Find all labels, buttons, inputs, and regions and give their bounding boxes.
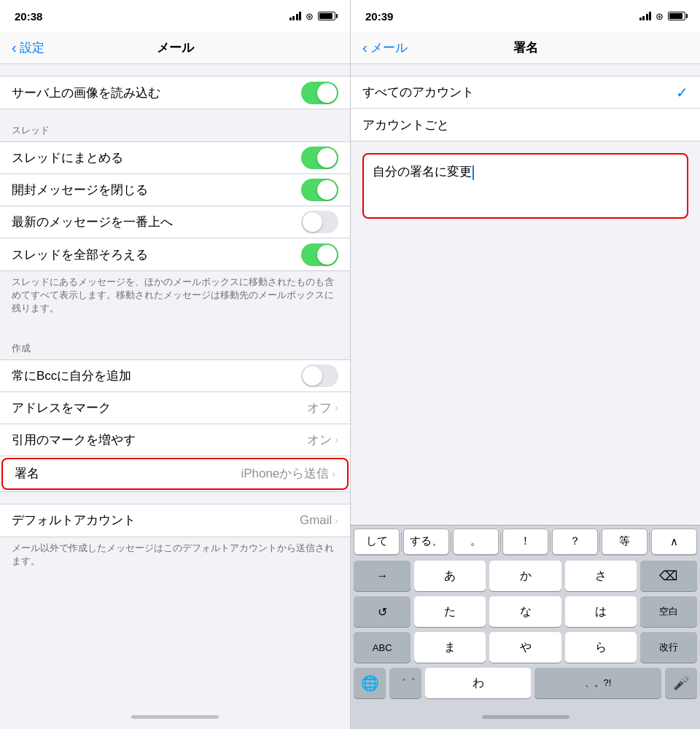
right-back-button[interactable]: ‹ メール [362,39,408,56]
open-message-toggle[interactable] [301,179,338,201]
compose-group: 常にBccに自分を追加 アドレスをマーク オフ › 引用のマークを増やす オン … [0,359,350,492]
suggestion-expand[interactable]: ∧ [651,529,697,555]
suggestion-5[interactable]: ？ [552,529,598,555]
keyboard-suggestion-bar: して する、 。 ！ ？ 等 ∧ [351,525,700,557]
suggestion-1[interactable]: して [354,529,400,555]
suggestion-6[interactable]: 等 [602,529,648,555]
right-home-indicator [351,704,700,729]
left-panel: 20:38 ⊛ ‹ 設定 メール サーバ上の画像を読み込む [0,0,350,729]
kb-ta-key[interactable]: た [414,596,486,627]
right-status-bar: 20:39 ⊛ [351,0,700,32]
right-battery-icon [668,12,685,20]
address-mark-value: オフ › [307,399,338,416]
suggestion-divider-3 [500,532,501,551]
kb-enter-key[interactable]: 改行 [640,632,697,663]
per-account-label: アカウントごと [362,117,449,133]
kb-ma-key[interactable]: ま [414,632,486,663]
all-accounts-label: すべてのアカウント [362,84,474,101]
thread-all-row: スレッドを全部そろえる [0,238,350,270]
signature-value: iPhoneから送信 › [241,465,335,482]
default-account-label: デフォルトアカウント [12,512,136,529]
kb-row-2: ↺ た な は 空白 [351,593,700,628]
right-back-label: メール [370,39,408,56]
kb-globe-key[interactable]: 🌐 [354,668,386,698]
suggestion-3[interactable]: 。 [453,529,499,555]
signature-row[interactable]: 署名 iPhoneから送信 › [1,458,349,490]
all-accounts-check: ✓ [676,84,688,101]
kb-wa-key[interactable]: わ [425,668,531,698]
kb-na-key[interactable]: な [489,596,561,627]
suggestion-4[interactable]: ！ [502,529,548,555]
kb-row-3: ABC ま や ら 改行 [351,628,700,664]
right-home-bar [482,715,569,719]
kb-arrow-key[interactable]: → [354,561,411,591]
back-chevron-icon: ‹ [12,40,17,55]
text-cursor [472,165,474,180]
left-status-bar: 20:38 ⊛ [0,0,350,32]
kb-ha-key[interactable]: は [565,596,637,627]
default-account-row[interactable]: デフォルトアカウント Gmail › [0,504,350,537]
thread-group: スレッドにまとめる 開封メッセージを閉じる 最新のメッセージを一番上へ スレッド… [0,141,350,271]
suggestion-divider-4 [550,532,551,551]
bcc-row: 常にBccに自分を追加 [0,360,350,392]
right-wifi-icon: ⊛ [656,11,664,22]
quote-mark-row[interactable]: 引用のマークを増やす オン › [0,424,350,456]
address-mark-row[interactable]: アドレスをマーク オフ › [0,392,350,424]
suggestion-divider-6 [649,532,650,551]
signature-text-area[interactable]: 自分の署名に変更 [362,153,688,219]
server-image-label: サーバ上の画像を読み込む [12,85,160,101]
kb-space-key[interactable]: 空白 [640,596,697,627]
signal-icon [289,12,302,20]
kb-ka-key[interactable]: か [489,561,561,591]
kb-sa-key[interactable]: さ [565,561,637,591]
per-account-row[interactable]: アカウントごと [351,109,700,141]
kb-a-key[interactable]: あ [414,561,486,591]
thread-all-label: スレッドを全部そろえる [12,246,148,263]
signature-options-group: すべてのアカウント ✓ アカウントごと [351,76,700,141]
signature-label: 署名 [15,465,39,482]
suggestion-divider-1 [401,532,402,551]
left-back-button[interactable]: ‹ 設定 [12,39,44,56]
default-account-chevron: › [335,515,338,526]
kb-delete-key[interactable]: ⌫ [640,561,697,591]
kb-ya-key[interactable]: や [489,632,561,663]
default-account-group: デフォルトアカウント Gmail › [0,504,350,537]
kb-abc-key[interactable]: ABC [354,632,411,663]
suggestion-divider-5 [599,532,600,551]
server-image-toggle[interactable] [301,82,338,104]
quote-mark-chevron: › [335,434,338,445]
battery-icon [318,12,335,20]
left-nav-bar: ‹ 設定 メール [0,32,350,64]
latest-top-label: 最新のメッセージを一番上へ [12,214,173,230]
kb-ra-key[interactable]: ら [565,632,637,663]
right-nav-bar: ‹ メール 署名 [351,32,700,64]
right-panel: 20:39 ⊛ ‹ メール 署名 すべてのアカウント [350,0,700,729]
bcc-toggle[interactable] [301,364,338,387]
left-content: サーバ上の画像を読み込む スレッド スレッドにまとめる 開封メッセージを閉じる [0,64,350,704]
thread-section-header: スレッド [0,109,350,141]
right-content: すべてのアカウント ✓ アカウントごと 自分の署名に変更 [351,64,700,525]
address-mark-label: アドレスをマーク [12,399,111,416]
thread-footer: スレッドにあるメッセージを、ほかのメールボックスに移動されたものも含めてすべて表… [0,271,350,327]
right-signal-icon [639,12,652,20]
kb-mic-key[interactable]: 🎤 [665,668,697,698]
left-back-label: 設定 [20,39,44,56]
kb-undo-key[interactable]: ↺ [354,596,411,627]
compose-section-header: 作成 [0,327,350,359]
wifi-icon: ⊛ [306,11,314,22]
right-back-chevron-icon: ‹ [362,40,368,55]
signature-chevron-icon: › [332,468,335,480]
thread-group-toggle[interactable] [301,147,338,169]
thread-group-label: スレッドにまとめる [12,149,123,166]
kb-small-mark-key[interactable]: ゛゜ [389,668,421,698]
thread-all-toggle[interactable] [301,243,338,266]
all-accounts-row[interactable]: すべてのアカウント ✓ [351,77,700,109]
kb-punctuation-key[interactable]: 、。?! [534,668,661,698]
suggestion-2[interactable]: する、 [403,529,449,555]
left-time: 20:38 [15,10,42,23]
default-account-footer: メール以外で作成したメッセージはこのデフォルトアカウントから送信されます。 [0,537,350,580]
left-nav-title: メール [157,39,194,56]
server-image-row: サーバ上の画像を読み込む [0,77,350,109]
latest-top-toggle[interactable] [301,211,338,233]
suggestion-divider-2 [451,532,451,551]
